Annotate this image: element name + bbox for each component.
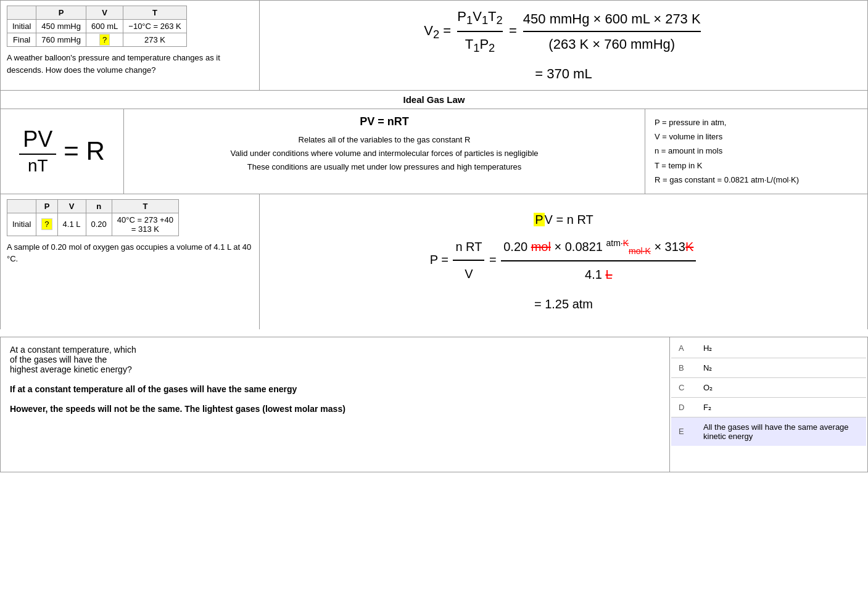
sample-cell-P: ? (36, 213, 57, 236)
mol-strikethrough: mol (531, 240, 551, 253)
sample-row-initial: Initial ? 4.1 L 0.20 40°C = 273 +40= 313… (7, 213, 179, 236)
table-row-final: Final 760 mmHg ? 273 K (7, 33, 187, 47)
bottom-section: At a constant temperature, which of the … (0, 337, 868, 472)
choice-D-text: F₂ (703, 403, 859, 412)
var-T: T = temp in K (655, 158, 858, 173)
P-highlighted: P (534, 213, 544, 226)
pv-numerator: PV (19, 126, 56, 155)
bottom-right: A H₂ B N₂ C O₂ D F₂ (670, 337, 867, 472)
pv-denominator: nT (24, 155, 52, 176)
choice-A-text: H₂ (703, 343, 859, 353)
cell-initial-T: −10°C = 263 K (123, 20, 186, 33)
main-fraction: P1V1T2 T1P2 (457, 6, 502, 57)
choice-D[interactable]: D F₂ (671, 398, 866, 417)
choice-A[interactable]: A H₂ (671, 339, 866, 358)
var-n: n = amount in mols (655, 144, 858, 158)
cell-final-T: 273 K (123, 33, 186, 47)
top-section: P V T Initial 450 mmHg 600 mL −10°C = 26… (0, 0, 868, 90)
choice-C-text: O₂ (703, 383, 859, 392)
cell-final-P: 760 mmHg (36, 33, 86, 47)
sample-cell-T: 40°C = 273 +40= 313 K (112, 213, 178, 236)
math-result-line: = 370 mL (424, 63, 703, 84)
p-sub-den: 4.1 L (582, 261, 614, 287)
choice-E[interactable]: E All the gases will have the same avera… (671, 417, 866, 446)
pv-fraction-display: PV nT = R (19, 126, 105, 176)
desc-line1: Relates all of the variables to the gas … (136, 133, 632, 147)
table-row-initial: Initial 450 mmHg 600 mL −10°C = 263 K (7, 20, 187, 33)
ideal-gas-body: PV nT = R PV = nRT Relates all of the va… (1, 109, 867, 194)
var-P: P = pressure in atm, (655, 115, 858, 130)
page-wrapper: P V T Initial 450 mmHg 600 mL −10°C = 26… (0, 0, 868, 472)
fraction-numerator: P1V1T2 (457, 6, 502, 32)
top-left: P V T Initial 450 mmHg 600 mL −10°C = 26… (1, 1, 260, 90)
col-header-V: V (86, 6, 123, 20)
ideal-gas-left: PV nT = R (1, 109, 124, 194)
s-col-empty (7, 199, 36, 213)
ideal-gas-section: Ideal Gas Law PV nT = R PV = nRT Relates… (0, 90, 868, 194)
ideal-gas-right: P = pressure in atm, V = volume in liter… (645, 109, 867, 194)
sample-result: = 1.25 atm (430, 292, 698, 316)
substituted-fraction: 450 mmHg × 600 mL × 273 K (263 K × 760 m… (523, 8, 701, 55)
sample-table: P V n T Initial ? 4.1 L 0.20 40°C = 273 … (7, 199, 179, 236)
K2-strikethrough: K (685, 240, 693, 253)
choice-C[interactable]: C O₂ (671, 378, 866, 398)
row-label-final: Final (7, 33, 36, 47)
sample-right: PV = n RT P = n RT V = 0.20 mol × 0.0821… (260, 194, 867, 329)
choice-B-text: N₂ (703, 363, 859, 372)
K-strikethrough: K (623, 238, 629, 248)
choice-E-letter: E (679, 427, 691, 436)
top-question-text: A weather balloon's pressure and tempera… (7, 52, 253, 76)
sample-section: P V n T Initial ? 4.1 L 0.20 40°C = 273 … (0, 194, 868, 329)
ideal-gas-middle: PV = nRT Relates all of the variables to… (124, 109, 645, 194)
desc-line3: These conditions are usually met under l… (136, 160, 632, 174)
s-col-n: n (86, 199, 112, 213)
s-col-T: T (112, 199, 178, 213)
molK-strikethrough: mol·K (629, 246, 651, 256)
col-header-empty (7, 6, 36, 20)
p-frac-num: n RT (453, 234, 484, 261)
pv-nRT-formula: PV = nRT (136, 115, 632, 128)
pv-fraction: PV nT (19, 126, 56, 176)
var-V: V = volume in liters (655, 130, 858, 144)
answer-choices-table: A H₂ B N₂ C O₂ D F₂ (670, 337, 867, 447)
var-R: R = gas constant = 0.0821 atm·L/(mol·K) (655, 173, 858, 187)
kinetic-answer1: If at a constant temperature all of the … (10, 384, 660, 394)
kinetic-q2: of the gases will have the (10, 355, 660, 364)
sample-math-display: PV = n RT P = n RT V = 0.20 mol × 0.0821… (430, 207, 698, 316)
choice-A-letter: A (679, 343, 691, 353)
cell-final-V: ? (86, 33, 123, 47)
bottom-left: At a constant temperature, which of the … (1, 337, 670, 472)
top-math-display: V2 = P1V1T2 T1P2 = 450 mmHg × 600 mL × 2… (424, 6, 703, 85)
p-frac-den: V (462, 261, 475, 286)
sub-denominator: (263 K × 760 mmHg) (548, 32, 675, 55)
ideal-gas-header: Ideal Gas Law (1, 91, 867, 109)
choice-E-text: All the gases will have the same average… (703, 422, 859, 441)
desc-line2: Valid under conditions where volume and … (136, 147, 632, 160)
col-header-P: P (36, 6, 86, 20)
cell-initial-V: 600 mL (86, 20, 123, 33)
choice-D-letter: D (679, 403, 691, 412)
choice-B[interactable]: B N₂ (671, 358, 866, 378)
top-right: V2 = P1V1T2 T1P2 = 450 mmHg × 600 mL × 2… (260, 1, 867, 90)
p-fraction: n RT V (453, 234, 484, 286)
combined-gas-table: P V T Initial 450 mmHg 600 mL −10°C = 26… (7, 6, 187, 47)
choice-C-letter: C (679, 383, 691, 392)
sample-line2: P = n RT V = 0.20 mol × 0.0821 atm·Kmol·… (430, 234, 698, 287)
sample-left: P V n T Initial ? 4.1 L 0.20 40°C = 273 … (1, 194, 260, 329)
s-col-V: V (57, 199, 86, 213)
s-col-P: P (36, 199, 57, 213)
L-strikethrough: L (605, 268, 612, 281)
col-header-T: T (123, 6, 186, 20)
p-sub-fraction: 0.20 mol × 0.0821 atm·Kmol·K × 313K 4.1 … (501, 234, 696, 287)
sample-cell-V: 4.1 L (57, 213, 86, 236)
math-formula-line: V2 = P1V1T2 T1P2 = 450 mmHg × 600 mL × 2… (424, 6, 703, 57)
row-label-initial: Initial (7, 20, 36, 33)
sample-question: A sample of 0.20 mol of oxygen gas occup… (7, 241, 253, 265)
sample-line1: PV = n RT (430, 207, 698, 232)
cell-initial-P: 450 mmHg (36, 20, 86, 33)
choice-B-letter: B (679, 363, 691, 372)
fraction-denominator: T1P2 (465, 32, 495, 57)
kinetic-q1: At a constant temperature, which (10, 345, 660, 355)
equals-R: = R (64, 136, 105, 166)
p-sub-num: 0.20 mol × 0.0821 atm·Kmol·K × 313K (501, 234, 696, 261)
